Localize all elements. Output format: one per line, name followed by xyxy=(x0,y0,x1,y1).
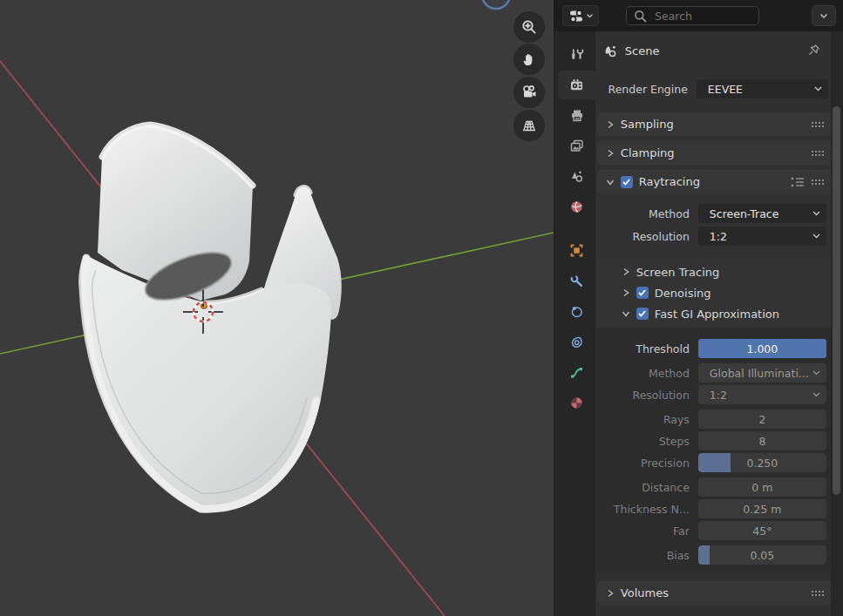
search-input[interactable] xyxy=(653,9,751,24)
thickness-label: Thickness N... xyxy=(597,503,690,516)
zoom-tool-button[interactable] xyxy=(513,11,545,43)
tab-constraints[interactable] xyxy=(558,297,595,326)
slider-fill xyxy=(698,545,710,565)
tab-material[interactable] xyxy=(558,389,595,417)
physics-icon xyxy=(569,335,584,349)
bias-slider[interactable]: 0.05 xyxy=(698,545,826,565)
panel-title: Sampling xyxy=(621,118,674,131)
far-label: Far xyxy=(597,525,690,538)
editor-type-button[interactable] xyxy=(562,5,599,26)
method-label: Method xyxy=(597,207,690,220)
rays-field[interactable]: 2 xyxy=(698,410,826,429)
threshold-label: Threshold xyxy=(597,342,690,355)
panel-raytracing: Raytracing Method Scre xyxy=(597,170,831,573)
chevron-right-icon xyxy=(606,149,615,158)
panel-grip-icon[interactable] xyxy=(811,590,824,596)
distance-label: Distance xyxy=(597,481,690,494)
tab-scene[interactable] xyxy=(558,162,595,191)
far-field[interactable]: 45° xyxy=(698,521,826,540)
properties-main-region: Scene Render Engine EEVEE xyxy=(595,31,831,616)
chevron-down-icon xyxy=(814,86,822,91)
tab-world[interactable] xyxy=(558,193,595,221)
panel-volumes: Volumes xyxy=(597,581,831,605)
subpanel-screen-tracing-header[interactable]: Screen Tracing xyxy=(597,261,831,282)
blender-window: Scene Render Engine EEVEE xyxy=(0,0,843,616)
subpanel-fast-gi-header[interactable]: Fast GI Approximation xyxy=(597,303,831,324)
panel-raytracing-header[interactable]: Raytracing xyxy=(597,170,831,193)
pin-icon[interactable] xyxy=(806,43,822,58)
panel-sampling-header[interactable]: Sampling xyxy=(597,112,831,136)
viewport-canvas[interactable] xyxy=(0,0,554,616)
fast-gi-resolution-dropdown[interactable]: 1:2 xyxy=(698,385,826,404)
header-options-button[interactable] xyxy=(812,5,836,26)
search-box[interactable] xyxy=(626,6,759,25)
properties-header xyxy=(554,0,843,31)
steps-field[interactable]: 8 xyxy=(698,431,826,450)
view-layer-icon xyxy=(569,139,584,153)
raytracing-resolution-dropdown[interactable]: 1:2 xyxy=(698,227,826,246)
check-icon xyxy=(637,288,647,297)
thickness-row: Thickness N... 0.25 m xyxy=(597,499,828,518)
camera-icon xyxy=(520,84,538,101)
subpanel-title: Screen Tracing xyxy=(636,266,719,279)
panel-grip-icon[interactable] xyxy=(811,179,824,185)
panel-title: Raytracing xyxy=(639,175,700,188)
hand-icon xyxy=(520,51,538,68)
raytracing-checkbox[interactable] xyxy=(621,176,633,188)
panel-grip-icon[interactable] xyxy=(811,150,824,156)
object-properties-icon xyxy=(569,243,584,258)
tab-render[interactable] xyxy=(558,71,595,99)
chevron-right-icon xyxy=(606,589,615,598)
chevron-down-icon xyxy=(812,211,820,216)
tab-object-data[interactable] xyxy=(558,358,595,387)
camera-view-button[interactable] xyxy=(513,77,545,108)
thickness-field[interactable]: 0.25 m xyxy=(698,499,826,518)
panel-list-icon[interactable] xyxy=(791,176,805,187)
toggle-projection-button[interactable] xyxy=(513,110,545,141)
render-properties-icon xyxy=(569,78,584,92)
fast-gi-checkbox[interactable] xyxy=(636,308,649,320)
precision-slider[interactable]: 0.250 xyxy=(698,453,826,472)
resolution-label: Resolution xyxy=(597,230,690,243)
denoising-checkbox[interactable] xyxy=(636,287,649,299)
scene-properties-icon xyxy=(569,169,584,184)
properties-editor: Scene Render Engine EEVEE xyxy=(554,0,843,616)
subpanel-denoising-header[interactable]: Denoising xyxy=(597,282,831,303)
wrench-icon xyxy=(569,274,584,288)
panel-volumes-header[interactable]: Volumes xyxy=(597,581,831,605)
properties-editor-icon xyxy=(569,10,583,23)
scene-icon xyxy=(603,44,618,58)
subpanel-title: Denoising xyxy=(655,287,711,300)
tab-modifiers[interactable] xyxy=(558,267,595,295)
constraints-icon xyxy=(569,304,584,319)
output-properties-icon xyxy=(569,108,584,123)
fast-gi-method-dropdown[interactable]: Global Illuminati... xyxy=(698,363,826,382)
tab-physics[interactable] xyxy=(558,328,595,356)
3d-viewport[interactable] xyxy=(0,0,554,616)
tab-view-layer[interactable] xyxy=(558,132,595,160)
raytracing-method-dropdown[interactable]: Screen-Trace xyxy=(698,204,826,223)
distance-field[interactable]: 0 m xyxy=(698,477,826,497)
scrollbar-track[interactable] xyxy=(831,31,843,616)
scrollbar-thumb[interactable] xyxy=(833,106,840,495)
perspective-grid-icon xyxy=(520,117,538,134)
render-engine-row: Render Engine EEVEE xyxy=(595,79,830,98)
subpanel-title: Fast GI Approximation xyxy=(655,308,779,321)
tab-tool[interactable] xyxy=(558,40,595,69)
tab-output[interactable] xyxy=(558,101,595,130)
pan-tool-button[interactable] xyxy=(513,44,545,75)
panel-clamping-header[interactable]: Clamping xyxy=(597,141,831,165)
chevron-right-icon xyxy=(622,288,630,297)
resolution-label: Resolution xyxy=(597,389,690,402)
threshold-slider[interactable]: 1.000 xyxy=(698,339,826,358)
render-engine-label: Render Engine xyxy=(595,83,688,96)
threshold-row: Threshold 1.000 xyxy=(597,339,828,358)
panel-grip-icon[interactable] xyxy=(811,121,824,127)
properties-tab-column xyxy=(554,31,595,616)
chevron-down-icon xyxy=(812,370,820,376)
render-engine-dropdown[interactable]: EEVEE xyxy=(697,79,828,98)
tool-icon xyxy=(569,47,584,62)
object-origin-dot xyxy=(201,303,207,308)
chevron-down-icon xyxy=(622,309,630,318)
tab-object[interactable] xyxy=(558,236,595,265)
